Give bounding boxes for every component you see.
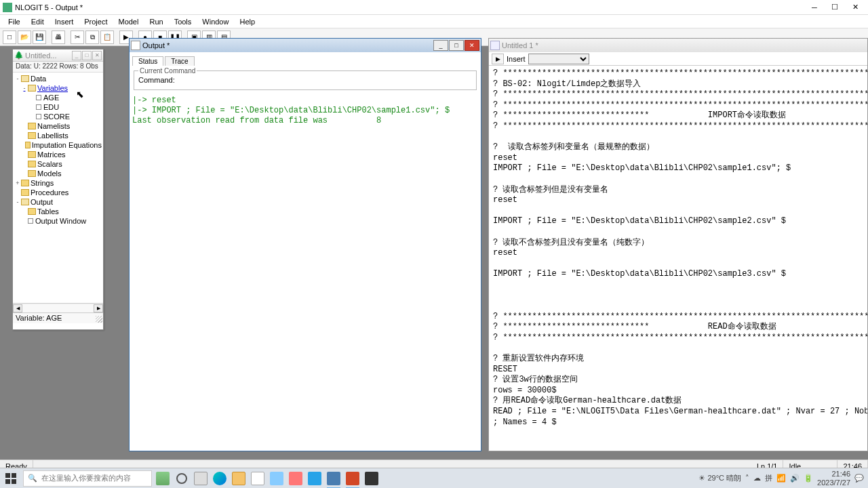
tree-item-tables[interactable]: Tables bbox=[13, 207, 103, 216]
tab-trace[interactable]: Trace bbox=[165, 56, 194, 66]
start-button[interactable] bbox=[0, 468, 22, 489]
battery-icon[interactable]: 🔋 bbox=[804, 474, 813, 483]
tree-item-age[interactable]: AGE bbox=[13, 93, 103, 102]
nlogit-taskbar-icon[interactable] bbox=[324, 468, 343, 489]
edge-icon[interactable] bbox=[210, 468, 229, 489]
wifi-icon[interactable]: 📶 bbox=[776, 474, 786, 483]
panel-close-button[interactable]: ✕ bbox=[92, 51, 102, 60]
tab-status[interactable]: Status bbox=[132, 56, 163, 66]
tree-label: Variables bbox=[37, 84, 68, 92]
open-button[interactable]: 📂 bbox=[18, 30, 31, 44]
script-titlebar[interactable]: Untitled 1 * bbox=[489, 39, 867, 52]
tree-label: EDU bbox=[43, 103, 59, 111]
h-scrollbar[interactable]: ◀ ▶ bbox=[13, 303, 103, 312]
search-box[interactable]: 🔍 在这里输入你要搜索的内容 bbox=[23, 470, 152, 487]
store-icon[interactable] bbox=[248, 468, 267, 489]
app2-icon[interactable] bbox=[286, 468, 305, 489]
powerpoint-icon[interactable] bbox=[343, 468, 362, 489]
tree-label: Tables bbox=[37, 207, 59, 216]
tree-item-output-window[interactable]: Output Window bbox=[13, 216, 103, 226]
onedrive-icon[interactable]: ☁ bbox=[753, 474, 761, 483]
project-tree[interactable]: ⬉ -Data-VariablesAGEEDUSCORENamelistsLab… bbox=[13, 73, 103, 303]
output-tabs: Status Trace bbox=[130, 52, 481, 66]
folder-icon bbox=[28, 170, 36, 177]
menu-tools[interactable]: Tools bbox=[169, 16, 197, 27]
paste-button[interactable]: 📋 bbox=[100, 30, 114, 44]
volume-icon[interactable]: 🔊 bbox=[790, 474, 800, 483]
expand-toggle[interactable]: + bbox=[14, 180, 21, 186]
menu-window[interactable]: Window bbox=[197, 16, 234, 27]
folder-icon bbox=[21, 75, 29, 82]
tree-item-imputation-equations[interactable]: Imputation Equations bbox=[13, 140, 103, 150]
task-view-icon[interactable] bbox=[191, 468, 210, 489]
resize-grip[interactable] bbox=[96, 316, 102, 323]
input-icon[interactable]: 拼 bbox=[765, 473, 772, 483]
menu-edit[interactable]: Edit bbox=[26, 16, 50, 27]
app3-icon[interactable] bbox=[305, 468, 324, 489]
expand-toggle[interactable]: - bbox=[14, 75, 21, 82]
output-body[interactable]: |-> reset |-> IMPORT ; File = "E:\Deskto… bbox=[130, 92, 481, 130]
tree-label: Models bbox=[37, 169, 61, 178]
tree-item-strings[interactable]: +Strings bbox=[13, 178, 103, 188]
explorer-icon[interactable] bbox=[229, 468, 248, 489]
menu-run[interactable]: Run bbox=[144, 16, 168, 27]
clock[interactable]: 21:46 2023/7/27 bbox=[817, 470, 850, 486]
notifications-icon[interactable]: 💬 bbox=[854, 474, 864, 483]
weather-widget[interactable]: ☀ 29°C 晴朗 bbox=[698, 473, 741, 483]
menu-project[interactable]: Project bbox=[79, 16, 113, 27]
cortana-icon[interactable] bbox=[172, 468, 191, 489]
menu-help[interactable]: Help bbox=[234, 16, 260, 27]
titlebar: NLOGIT 5 - Output * ─ ☐ ✕ bbox=[0, 0, 868, 15]
tree-item-models[interactable]: Models bbox=[13, 169, 103, 178]
output-min-button[interactable]: _ bbox=[433, 40, 448, 51]
insert-select[interactable] bbox=[528, 54, 589, 64]
app-title: NLOGIT 5 - Output * bbox=[15, 3, 804, 12]
svg-rect-2 bbox=[5, 479, 10, 484]
scroll-track[interactable] bbox=[22, 304, 94, 312]
tree-item-data[interactable]: -Data bbox=[13, 74, 103, 83]
tree-item-scalars[interactable]: Scalars bbox=[13, 159, 103, 169]
panel-min-button[interactable]: _ bbox=[72, 51, 81, 60]
folder-icon bbox=[21, 189, 29, 196]
tree-item-matrices[interactable]: Matrices bbox=[13, 150, 103, 159]
new-button[interactable]: □ bbox=[3, 30, 16, 44]
app1-icon[interactable] bbox=[267, 468, 286, 489]
menu-model[interactable]: Model bbox=[113, 16, 144, 27]
tray-chevron-icon[interactable]: ˄ bbox=[745, 474, 749, 483]
tree-item-namelists[interactable]: Namelists bbox=[13, 121, 103, 131]
menu-file[interactable]: File bbox=[3, 16, 26, 27]
output-titlebar[interactable]: Output * _ □ ✕ bbox=[130, 39, 481, 52]
cut-button[interactable]: ✂ bbox=[71, 30, 84, 44]
maximize-button[interactable]: ☐ bbox=[825, 1, 845, 14]
desktop-peek-icon[interactable] bbox=[153, 468, 172, 489]
folder-icon bbox=[21, 199, 29, 205]
system-tray[interactable]: ☀ 29°C 晴朗 ˄ ☁ 拼 📶 🔊 🔋 21:46 2023/7/27 💬 bbox=[694, 470, 868, 486]
app4-icon[interactable] bbox=[362, 468, 381, 489]
script-run-button[interactable]: ▶ bbox=[492, 54, 504, 64]
project-status-text: Variable: AGE bbox=[16, 314, 62, 322]
tree-item-variables[interactable]: -Variables bbox=[13, 83, 103, 93]
tree-item-procedures[interactable]: Procedures bbox=[13, 188, 103, 197]
script-icon bbox=[490, 41, 500, 50]
expand-toggle[interactable]: - bbox=[14, 199, 21, 205]
tree-item-labellists[interactable]: Labellists bbox=[13, 131, 103, 140]
tree-item-edu[interactable]: EDU bbox=[13, 102, 103, 112]
expand-toggle[interactable]: - bbox=[21, 85, 28, 92]
project-titlebar[interactable]: 🌲 Untitled... _ □ ✕ bbox=[13, 49, 103, 62]
print-button[interactable]: 🖶 bbox=[52, 30, 65, 44]
project-header: Data: U: 2222 Rows: 8 Obs bbox=[13, 62, 103, 73]
menu-insert[interactable]: Insert bbox=[50, 16, 79, 27]
folder-icon bbox=[28, 208, 36, 215]
output-max-button[interactable]: □ bbox=[449, 40, 464, 51]
save-button[interactable]: 💾 bbox=[33, 30, 46, 44]
panel-max-button[interactable]: □ bbox=[82, 51, 92, 60]
scroll-left-button[interactable]: ◀ bbox=[13, 304, 22, 312]
minimize-button[interactable]: ─ bbox=[804, 1, 825, 14]
tree-item-output[interactable]: -Output bbox=[13, 197, 103, 207]
tree-item-score[interactable]: SCORE bbox=[13, 112, 103, 121]
output-close-button[interactable]: ✕ bbox=[465, 40, 479, 51]
close-button[interactable]: ✕ bbox=[845, 1, 865, 14]
copy-button[interactable]: ⧉ bbox=[85, 30, 99, 44]
scroll-right-button[interactable]: ▶ bbox=[94, 304, 103, 312]
script-body[interactable]: ? **************************************… bbox=[489, 66, 867, 430]
